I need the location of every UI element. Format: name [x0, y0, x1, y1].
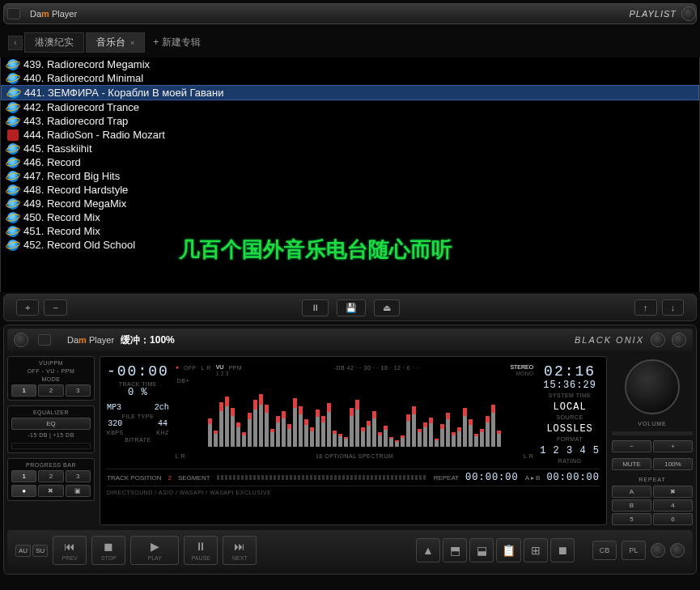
- add-button[interactable]: +: [16, 299, 39, 316]
- minimize-icon[interactable]: [651, 333, 665, 347]
- move-up-button[interactable]: ↑: [634, 299, 657, 316]
- playlist-toolbar: + − ⏸ 💾 ⏏ ↑ ↓: [3, 294, 697, 321]
- aux-button[interactable]: ⏹: [550, 538, 575, 562]
- track-row[interactable]: 445. Rasskiihit: [1, 142, 699, 155]
- next-button[interactable]: ⏭NEXT: [223, 536, 257, 565]
- cb-button[interactable]: CB: [592, 541, 617, 560]
- track-row[interactable]: 441. ЗЕМФИРА - Корабли В моей Гавани: [1, 85, 699, 100]
- stop-button[interactable]: ◼STOP: [91, 536, 125, 565]
- audio-driver-label: DIRECTSOUND / ASIO / WASAPI / WASAPI EXC…: [107, 490, 600, 495]
- transport-extra1[interactable]: [651, 543, 665, 558]
- playlist-titlebar: Dam Player PLAYLIST: [3, 3, 697, 24]
- close-icon[interactable]: [681, 6, 696, 21]
- track-label: 442. Radiorecord Trance: [23, 101, 139, 113]
- tab-prev-button[interactable]: ‹: [8, 36, 23, 50]
- progress-button[interactable]: 2: [38, 470, 63, 482]
- aux-button[interactable]: ⊞: [524, 538, 548, 562]
- eject-button[interactable]: ⏏: [374, 299, 400, 316]
- track-label: 439. Radiorecord Megamix: [23, 58, 150, 70]
- remove-button[interactable]: −: [44, 299, 66, 316]
- rec-button[interactable]: ✖: [38, 485, 63, 497]
- progress-button[interactable]: 1: [11, 470, 36, 482]
- repeat-button[interactable]: 6: [653, 513, 693, 525]
- new-playlist-button[interactable]: + 新建专辑: [146, 33, 206, 52]
- eq-button[interactable]: EQ: [11, 418, 91, 430]
- track-label: 445. Rasskiihit: [23, 142, 92, 155]
- track-row[interactable]: 442. Radiorecord Trance: [1, 100, 699, 114]
- track-row[interactable]: 444. RadioSon - Radio Mozart: [1, 128, 699, 142]
- stereo-indicator: STEREO: [510, 364, 533, 370]
- au-button[interactable]: AU: [15, 545, 31, 557]
- aux-button[interactable]: ⬓: [469, 538, 494, 562]
- vuppm-switch[interactable]: OFF ◦ VU ◦ PPM: [11, 368, 91, 374]
- track-row[interactable]: 451. Record Mix: [1, 224, 699, 238]
- spectrum-visualizer: [176, 390, 533, 447]
- track-label: 452. Record Old School: [23, 239, 135, 251]
- vol-minus-button[interactable]: −: [612, 440, 651, 452]
- progress-button[interactable]: 3: [66, 470, 91, 482]
- move-down-button[interactable]: ↓: [662, 299, 685, 316]
- player-close-icon[interactable]: [672, 333, 686, 347]
- seek-bar[interactable]: [217, 475, 427, 480]
- ie-icon: [7, 59, 19, 70]
- track-row[interactable]: 452. Record Old School: [1, 238, 699, 252]
- repeat-button[interactable]: 4: [653, 499, 693, 511]
- track-label: 451. Record Mix: [23, 225, 100, 237]
- tab-close-icon[interactable]: ×: [130, 39, 134, 47]
- mode-button[interactable]: 1: [11, 384, 36, 397]
- aux-button[interactable]: ▲: [416, 538, 440, 562]
- track-row[interactable]: 440. Radiorecord Minimal: [1, 71, 699, 85]
- repeat-button[interactable]: B: [612, 499, 651, 511]
- aux-button[interactable]: 📋: [496, 538, 521, 562]
- volume-slider[interactable]: [612, 431, 693, 435]
- su-button[interactable]: SU: [32, 545, 48, 557]
- repeat-button[interactable]: 5: [612, 513, 651, 525]
- ie-icon: [7, 73, 19, 84]
- play-button[interactable]: ▶PLAY: [130, 536, 179, 565]
- system-time: 15:36:29: [540, 380, 600, 391]
- track-row[interactable]: 447. Record Big Hits: [1, 169, 699, 183]
- prev-button[interactable]: ⏮PREV: [53, 536, 87, 565]
- playlist-heading: PLAYLIST: [629, 9, 677, 19]
- playlist-tab[interactable]: 音乐台×: [86, 32, 145, 53]
- mode-button[interactable]: 3: [66, 384, 91, 397]
- playlist-tracks[interactable]: 439. Radiorecord Megamix440. Radiorecord…: [0, 57, 700, 292]
- vuppm-box: VU\PPM OFF ◦ VU ◦ PPM MODE 123: [7, 356, 95, 401]
- track-row[interactable]: 439. Radiorecord Megamix: [1, 57, 699, 71]
- repeat-button[interactable]: A: [612, 486, 651, 498]
- track-row[interactable]: 443. Radiorecord Trap: [1, 114, 699, 128]
- mode-button[interactable]: 2: [38, 384, 63, 397]
- ie-icon: [7, 212, 19, 223]
- volume-knob[interactable]: [625, 359, 680, 414]
- progress-bar-box: PROGRESS BAR 123 ●✖▣: [7, 458, 95, 501]
- pause-queue-button[interactable]: ⏸: [302, 299, 329, 316]
- player-panel: Dam Player 缓冲：100% BLACK ONIX VU\PPM OFF…: [3, 325, 697, 575]
- track-row[interactable]: 448. Record Hardstyle: [1, 183, 699, 197]
- menu-icon[interactable]: [7, 8, 20, 19]
- vol-plus-button[interactable]: +: [653, 440, 693, 452]
- save-button[interactable]: 💾: [337, 299, 366, 316]
- pause-button[interactable]: ⏸PAUSE: [184, 536, 218, 565]
- track-row[interactable]: 449. Record MegaMix: [1, 197, 699, 210]
- ie-icon: [7, 240, 19, 251]
- radio-icon: [7, 129, 19, 141]
- ie-icon: [7, 116, 19, 127]
- transport-extra2[interactable]: [670, 543, 685, 558]
- rec-button[interactable]: ▣: [66, 485, 91, 497]
- right-controls: VOLUME − + MUTE 100% REPEAT A✖B456: [612, 356, 693, 525]
- eq-slider[interactable]: [11, 443, 91, 449]
- track-label: 441. ЗЕМФИРА - Корабли В моей Гавани: [24, 87, 223, 99]
- ie-icon: [7, 185, 19, 196]
- repeat-button[interactable]: ✖: [653, 486, 693, 498]
- player-menu-icon[interactable]: [14, 333, 28, 347]
- options-icon[interactable]: [38, 334, 51, 346]
- rec-button[interactable]: ●: [11, 485, 36, 497]
- playlist-tab[interactable]: 港澳纪实: [24, 32, 84, 53]
- track-row[interactable]: 446. Record: [1, 155, 699, 169]
- track-label: 443. Radiorecord Trap: [23, 115, 128, 127]
- mute-button[interactable]: MUTE: [612, 458, 651, 470]
- aux-button[interactable]: ⬒: [443, 538, 467, 562]
- track-row[interactable]: 450. Record Mix: [1, 210, 699, 224]
- pl-button[interactable]: PL: [622, 541, 646, 560]
- vol100-button[interactable]: 100%: [653, 458, 693, 470]
